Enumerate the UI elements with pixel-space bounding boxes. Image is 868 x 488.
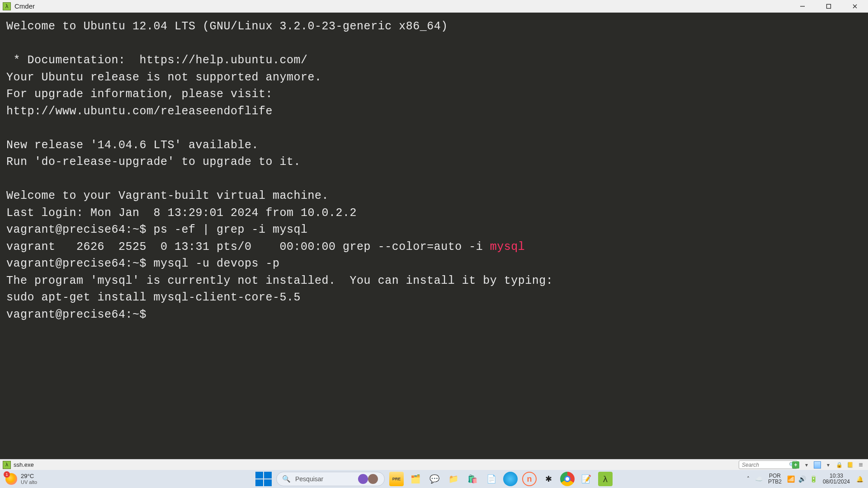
taskbar-weather-widget[interactable]: 1 29°C UV alto [0,473,37,485]
close-button[interactable] [842,0,868,12]
cmder-title-bar: λ Cmder [0,0,868,13]
taskbar-search-placeholder: Pesquisar [295,475,323,483]
terminal-line: Last login: Mon Jan 8 13:29:01 2024 from… [6,206,357,220]
taskbar-app-slack[interactable]: ✱ [541,472,556,486]
avatar-icon [368,474,378,484]
tray-lang-bottom: PTB2 [768,479,782,485]
dropdown-new-console[interactable]: ▾ [802,461,811,469]
dropdown-show-console[interactable]: ▾ [824,461,833,469]
window-title: Cmder [14,2,35,10]
weather-badge: 1 [4,471,10,478]
taskbar-app-taskview[interactable]: 🗂️ [408,472,423,486]
taskbar-app-explorer[interactable]: 📁 [446,472,461,486]
weather-text: 29°C UV alto [21,473,37,485]
cloud-icon[interactable]: ☁️ [755,475,763,483]
taskbar-app-store[interactable]: 🛍️ [465,472,480,486]
wifi-icon: 📶 [787,475,795,483]
tray-date: 08/01/2024 [823,479,850,485]
minimize-button[interactable] [789,0,816,12]
tray-clock[interactable]: 10:33 08/01/2024 [823,473,850,485]
window-controls [789,0,868,12]
taskbar-app-document[interactable]: 📄 [484,472,499,486]
tray-icons: ☁️ [755,475,763,483]
statusbar-buttons: + ▾ ▾ 🔒 📒 ≡ [791,460,865,470]
taskbar-app-chrome[interactable] [560,472,575,486]
svg-rect-1 [827,4,831,8]
start-button[interactable] [255,472,272,486]
terminal-line: The program 'mysql' is currently not ins… [6,274,553,287]
grep-line-prefix: vagrant 2626 2525 0 13:31 pts/0 00:00:00… [6,240,490,253]
grep-match-highlight: mysql [490,240,525,253]
lock-icon[interactable]: 🔒 [835,461,844,469]
taskbar-search[interactable]: 🔍 Pesquisar [276,472,385,486]
tray-net-vol-batt[interactable]: 📶 🔊 🔋 [787,475,817,483]
search-icon: 🔍 [282,475,291,483]
notebook-icon[interactable]: 📒 [845,461,854,469]
terminal-line: Welcome to Ubuntu 12.04 LTS (GNU/Linux 3… [6,20,448,33]
terminal-line: New release '14.04.6 LTS' available. [6,139,259,152]
notification-icon[interactable]: 🔔 [855,474,864,483]
tab-icon[interactable]: λ [3,461,11,469]
volume-icon: 🔊 [798,475,806,483]
maximize-button[interactable] [816,0,842,12]
battery-icon: 🔋 [810,475,817,483]
avatar-icon [358,474,368,484]
tray-language[interactable]: POR PTB2 [768,473,782,485]
terminal-prompt: vagrant@precise64:~$ [6,308,154,321]
menu-button[interactable]: ≡ [856,461,865,469]
terminal-line: Welcome to your Vagrant-built virtual ma… [6,189,329,202]
terminal-line: * Documentation: https://help.ubuntu.com… [6,54,308,67]
taskbar-app-edge[interactable] [503,472,518,486]
terminal-line: Your Ubuntu release is not supported any… [6,71,322,84]
taskbar-app-chat[interactable]: 💬 [427,472,442,486]
terminal-line: sudo apt-get install mysql-client-core-5… [6,291,301,304]
taskbar-right-tray: ˄ ☁️ POR PTB2 📶 🔊 🔋 10:33 08/01/2024 🔔 [747,470,864,488]
terminal-line: vagrant@precise64:~$ mysql -u devops -p [6,257,280,270]
cmder-app-icon: λ [3,2,11,10]
taskbar-app-pre[interactable]: PRE [389,472,404,486]
terminal-line: Run 'do-release-upgrade' to upgrade to i… [6,155,301,169]
show-console-button[interactable] [813,461,822,469]
terminal-line: http://www.ubuntu.com/releaseendoflife [6,105,273,118]
weather-desc: UV alto [21,479,37,485]
weather-icon: 1 [5,473,17,485]
terminal-output[interactable]: Welcome to Ubuntu 12.04 LTS (GNU/Linux 3… [0,13,868,459]
windows-taskbar: 1 29°C UV alto 🔍 Pesquisar PRE 🗂️ 💬 📁 🛍️… [0,470,868,488]
new-console-button[interactable]: + [791,461,800,469]
taskbar-center: 🔍 Pesquisar PRE 🗂️ 💬 📁 🛍️ 📄 n ✱ 📝 λ [255,470,613,488]
tray-chevron-up-icon[interactable]: ˄ [747,476,750,482]
tab-label[interactable]: ssh.exe [14,461,34,468]
weather-temp: 29°C [21,473,37,479]
taskbar-app-cmder[interactable]: λ [598,472,613,486]
terminal-line: vagrant@precise64:~$ ps -ef | grep -i my… [6,223,308,236]
cmder-status-bar: λ ssh.exe 🔍 + ▾ ▾ 🔒 📒 ≡ [0,459,868,470]
terminal-line: vagrant 2626 2525 0 13:31 pts/0 00:00:00… [6,240,525,253]
terminal-line: For upgrade information, please visit: [6,88,273,101]
taskbar-app-generic-orange[interactable]: n [522,472,537,486]
taskbar-app-notepad[interactable]: 📝 [579,472,594,486]
